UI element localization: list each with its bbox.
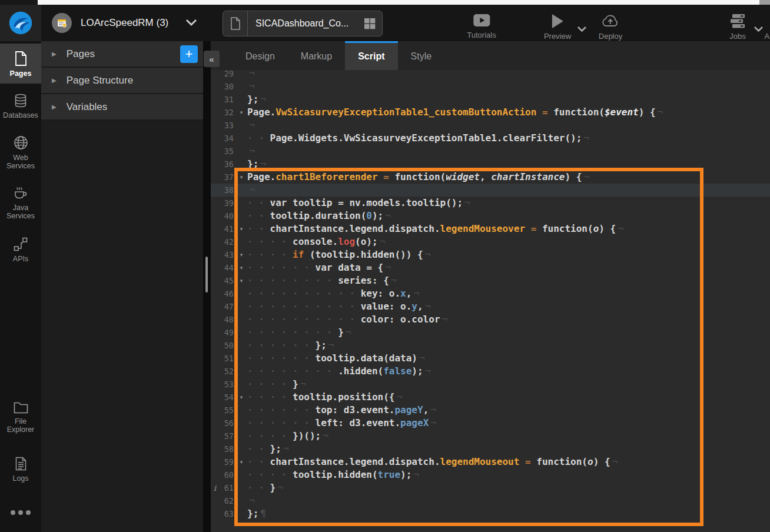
code-text: · · · · · · · · · · key: o.x,¬ [247, 287, 770, 300]
rail-item-java-services[interactable]: Java Services [0, 181, 41, 225]
expand-arrow-icon[interactable]: ▶ [52, 104, 57, 110]
tutorials-button[interactable]: Tutorials [467, 14, 496, 39]
whitespace-dots: · · [247, 456, 270, 467]
artifacts-button[interactable]: Artifacts [765, 14, 770, 41]
rail-item-apis[interactable]: APIs [0, 232, 41, 268]
code-line-31[interactable]: 31};¬ [211, 93, 770, 106]
code-line-60[interactable]: 60· · · · tooltip.hidden(true);¬ [211, 468, 770, 481]
fold-arrow-icon[interactable]: ▾ [235, 171, 247, 184]
rail-item-file-explorer[interactable]: File Explorer [0, 395, 41, 438]
whitespace-dots: · · · · · · [247, 340, 316, 351]
app-logo[interactable] [0, 5, 41, 41]
code-line-42[interactable]: 42· · · · console.log(o);¬ [211, 235, 770, 248]
code-line-43[interactable]: 43▾· · · · if (tooltip.hidden()) {¬ [211, 248, 770, 261]
whitespace-dots: · · [247, 482, 270, 493]
code-line-58[interactable]: 58· · };¬ [211, 443, 770, 455]
code-line-45[interactable]: 45▾· · · · · · · · series: {¬ [211, 274, 770, 287]
preview-chevron-down-icon[interactable] [577, 26, 587, 32]
code-line-38[interactable]: 38¬ [211, 184, 770, 197]
code-line-61[interactable]: 61i· · }¬ [211, 481, 770, 494]
code-line-53[interactable]: 53· · · · }¬ [211, 378, 770, 391]
code-text: · · Page.Widgets.VwSicasurveyExceptionTa… [247, 132, 770, 145]
jobs-chevron-down-icon[interactable] [754, 26, 764, 32]
project-name: LOArcSpeedRM (3) [81, 17, 168, 29]
code-line-34[interactable]: 34· · Page.Widgets.VwSicasurveyException… [211, 132, 770, 145]
code-line-48[interactable]: 48· · · · · · · · · · color: o.color¬ [211, 313, 770, 326]
whitespace-dots: · · · · · · · · · · [247, 301, 361, 312]
code-area[interactable]: 29¬30¬31};¬32▾Page.VwSicasurveyException… [211, 67, 770, 520]
panel-section-variables[interactable]: ▶ Variables [41, 94, 203, 121]
rail-item-databases[interactable]: Databases [0, 88, 41, 124]
code-line-40[interactable]: 40· · tooltip.duration(0);¬ [211, 210, 770, 222]
code-text: · · · · tooltip.position({¬ [247, 391, 770, 404]
code-line-39[interactable]: 39· · var tooltip = nv.models.tooltip();… [211, 197, 770, 210]
whitespace-dots: · · · · · · · · · · [247, 288, 361, 299]
rail-item-pages[interactable]: Pages [0, 44, 41, 84]
database-icon [13, 93, 28, 108]
java-services-icon [13, 185, 29, 201]
tab-script[interactable]: Script [345, 41, 397, 70]
rail-item-more[interactable] [0, 505, 41, 520]
code-line-49[interactable]: 49· · · · · · · · }¬ [211, 326, 770, 339]
fold-arrow-icon[interactable]: ▾ [235, 455, 247, 468]
preview-button[interactable]: Preview [544, 14, 571, 41]
code-line-35[interactable]: 35¬ [211, 145, 770, 158]
line-ending-mark: ¬ [423, 301, 431, 312]
code-line-47[interactable]: 47· · · · · · · · · · value: o.y,¬ [211, 300, 770, 313]
rail-item-web-services[interactable]: Web Services [0, 130, 41, 175]
expand-arrow-icon[interactable]: ▶ [52, 77, 57, 84]
collapse-panel-button[interactable]: « [204, 51, 220, 67]
code-line-62[interactable]: 62¬ [211, 494, 770, 507]
line-number: 34 [211, 132, 235, 145]
code-line-36[interactable]: 36};¬ [211, 158, 770, 171]
line-number: 48 [211, 313, 235, 326]
code-line-33[interactable]: 33¬ [211, 119, 770, 132]
code-line-63[interactable]: 63};¶ [211, 507, 770, 520]
code-line-59[interactable]: 59▾· · chartInstance.legend.dispatch.leg… [211, 455, 770, 468]
code-line-52[interactable]: 52· · · · · · · · .hidden(false);¬ [211, 365, 770, 378]
scrollbar-thumb[interactable] [205, 257, 208, 292]
code-line-30[interactable]: 30¬ [211, 80, 770, 93]
deploy-button[interactable]: Deploy [599, 14, 622, 41]
line-ending-mark: ¬ [383, 210, 391, 221]
play-icon [550, 14, 565, 29]
code-line-56[interactable]: 56· · · · · · left: d3.event.pageX¬ [211, 417, 770, 430]
code-line-51[interactable]: 51· · · · · · tooltip.data(data)¬ [211, 352, 770, 365]
project-selector[interactable]: LOArcSpeedRM (3) [52, 5, 198, 41]
jobs-button[interactable]: Jobs [729, 14, 746, 41]
code-line-46[interactable]: 46· · · · · · · · · · key: o.x,¬ [211, 287, 770, 300]
line-number: 55 [211, 404, 235, 417]
code-line-32[interactable]: 32▾Page.VwSicasurveyExceptionTable1_cust… [211, 106, 770, 119]
code-line-55[interactable]: 55· · · · · · top: d3.event.pageY,¬ [211, 404, 770, 417]
code-line-44[interactable]: 44▾· · · · · · var data = {¬ [211, 261, 770, 274]
whitespace-dots: · · · · · · [247, 417, 316, 428]
rail-item-logs[interactable]: Logs [0, 451, 41, 487]
open-page-tab[interactable]: SICADashboard_Co... [223, 11, 383, 36]
expand-arrow-icon[interactable]: ▶ [52, 51, 57, 57]
code-line-54[interactable]: 54▾· · · · tooltip.position({¬ [211, 391, 770, 404]
fold-arrow-icon[interactable]: ▾ [235, 106, 247, 119]
line-ending-mark: ¬ [281, 443, 289, 454]
grid-icon[interactable] [361, 17, 382, 30]
chevron-down-icon[interactable] [185, 19, 198, 27]
code-line-37[interactable]: 37▾Page.chart1Beforerender = function(wi… [211, 171, 770, 184]
fold-arrow-icon[interactable]: ▾ [235, 248, 247, 261]
tab-design[interactable]: Design [233, 41, 288, 70]
code-line-41[interactable]: 41▾· · chartInstance.legend.dispatch.leg… [211, 222, 770, 235]
tab-markup[interactable]: Markup [288, 41, 345, 70]
fold-arrow-icon[interactable]: ▾ [235, 391, 247, 404]
fold-arrow-icon[interactable]: ▾ [235, 274, 247, 287]
code-text: };¶ [247, 507, 770, 520]
fold-arrow-icon[interactable]: ▾ [235, 261, 247, 274]
whitespace-dots: · · · · · · · · [247, 275, 338, 286]
add-page-button[interactable]: + [180, 45, 198, 63]
code-text: ¬ [247, 119, 770, 132]
panel-section-page-structure[interactable]: ▶ Page Structure [41, 68, 203, 94]
panel-section-pages[interactable]: ▶ Pages + [41, 41, 203, 68]
code-line-50[interactable]: 50· · · · · · };¬ [211, 339, 770, 352]
tab-style[interactable]: Style [398, 41, 445, 70]
artifacts-label: Artifacts [765, 32, 770, 41]
code-line-57[interactable]: 57· · · · })();¬ [211, 430, 770, 443]
whitespace-dots: · · [247, 210, 270, 221]
fold-arrow-icon[interactable]: ▾ [235, 222, 247, 235]
